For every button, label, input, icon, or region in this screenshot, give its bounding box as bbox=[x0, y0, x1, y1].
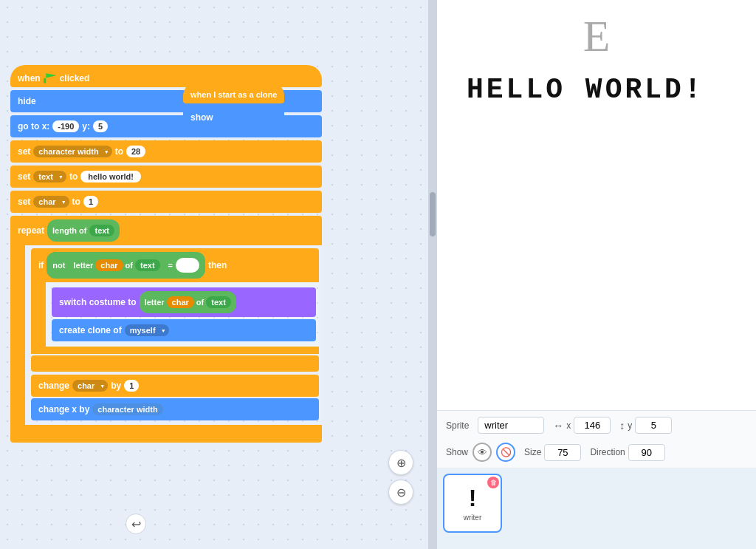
y-coord-group: ↕ y bbox=[619, 417, 672, 434]
clicked-label: clicked bbox=[60, 73, 90, 83]
zoom-controls: ⊕ ⊖ bbox=[388, 450, 413, 505]
myself-dropdown[interactable]: myself bbox=[125, 324, 169, 336]
cw-val[interactable]: 28 bbox=[126, 146, 145, 157]
clone-hat-label: when I start as a clone bbox=[190, 90, 277, 99]
set-char-block[interactable]: set char to 1 bbox=[10, 191, 322, 213]
letter-block[interactable]: letter char of text bbox=[68, 254, 165, 276]
zoom-in-icon: ⊕ bbox=[396, 456, 406, 470]
text-ref2[interactable]: text bbox=[135, 259, 160, 271]
not-block[interactable]: not letter char of text = bbox=[47, 252, 205, 279]
change-char-block[interactable]: change char by 1 bbox=[31, 375, 319, 397]
show-group: Show 👁 🚫 bbox=[446, 443, 515, 462]
if-top[interactable]: if not letter char of text bbox=[31, 248, 319, 282]
char2-ref[interactable]: char bbox=[167, 296, 194, 308]
repeat-inner: if not letter char of text bbox=[25, 245, 322, 425]
char-width-dropdown[interactable]: character width bbox=[33, 146, 111, 157]
clone-hat-block[interactable]: when I start as a clone bbox=[183, 81, 284, 103]
show-block[interactable]: show bbox=[183, 106, 284, 129]
zoom-in-button[interactable]: ⊕ bbox=[388, 450, 413, 475]
text-val[interactable]: hello world! bbox=[80, 171, 141, 183]
sprite-tile-writer[interactable]: 🗑 ! writer bbox=[443, 474, 502, 533]
direction-label: Direction bbox=[590, 447, 625, 457]
show-label: show bbox=[190, 112, 213, 123]
y-input[interactable] bbox=[635, 417, 672, 434]
scroll-thumb bbox=[430, 192, 436, 236]
repeat-top[interactable]: repeat length of text bbox=[10, 216, 322, 245]
char-val[interactable]: 1 bbox=[83, 196, 98, 208]
size-input[interactable] bbox=[544, 444, 581, 461]
x-input[interactable] bbox=[574, 417, 611, 434]
of2-label: of bbox=[196, 298, 204, 307]
sprites-area: 🗑 ! writer bbox=[437, 468, 756, 549]
y-value[interactable]: 5 bbox=[93, 120, 108, 132]
letter2-block[interactable]: letter char of text bbox=[140, 291, 236, 313]
hide-eye-button[interactable]: 🚫 bbox=[496, 443, 515, 462]
if-block[interactable]: if not letter char of text bbox=[31, 248, 319, 373]
set3-label: set bbox=[18, 197, 30, 207]
x-value[interactable]: -190 bbox=[52, 120, 79, 132]
size-label: Size bbox=[524, 447, 541, 457]
repeat-notch bbox=[10, 245, 25, 425]
show-eye-button[interactable]: 👁 bbox=[472, 443, 492, 462]
set1-label: set bbox=[18, 146, 30, 157]
length-of-block[interactable]: length of text bbox=[47, 219, 120, 242]
when-label: when bbox=[18, 73, 41, 83]
size-group: Size bbox=[524, 444, 581, 461]
flag-icon bbox=[44, 73, 57, 83]
zoom-out-icon: ⊖ bbox=[396, 485, 406, 499]
create-clone-label: create clone of bbox=[59, 325, 122, 335]
set-text-block[interactable]: set text to hello world! bbox=[10, 166, 322, 188]
set-char-width-block[interactable]: set character width to 28 bbox=[10, 140, 322, 163]
then-label: then bbox=[208, 260, 227, 270]
sprite-tile-label: writer bbox=[464, 514, 481, 522]
set2-label: set bbox=[18, 171, 30, 182]
by1-label: by bbox=[111, 381, 121, 391]
change2-label: change x by bbox=[38, 404, 89, 415]
change-x-block[interactable]: change x by character width bbox=[31, 398, 319, 420]
letter-label: letter bbox=[73, 261, 93, 270]
direction-input[interactable] bbox=[628, 444, 665, 461]
text-ref[interactable]: text bbox=[89, 225, 114, 236]
repeat-block[interactable]: repeat length of text if bbox=[10, 216, 322, 443]
main-layout: when clicked hide go to x: -190 y: 5 set… bbox=[0, 0, 756, 549]
char-var2-dropdown[interactable]: char bbox=[72, 380, 108, 392]
repeat-bottom bbox=[10, 425, 322, 443]
letter-e: E bbox=[583, 11, 611, 62]
sprite-name-input[interactable] bbox=[478, 417, 544, 434]
sprite-tile-image: ! bbox=[469, 485, 477, 512]
sprite-label: Sprite bbox=[446, 420, 469, 431]
show-label: Show bbox=[446, 447, 468, 457]
length-of-label: length of bbox=[52, 226, 86, 235]
not-label: not bbox=[52, 261, 65, 270]
by-val1[interactable]: 1 bbox=[124, 380, 139, 392]
y-label: y bbox=[628, 420, 632, 431]
create-clone-block[interactable]: create clone of myself bbox=[52, 319, 316, 341]
text2-ref[interactable]: text bbox=[206, 296, 231, 308]
of-label: of bbox=[126, 261, 133, 270]
if-inner: switch costume to letter char of text bbox=[46, 282, 319, 347]
y-label: y: bbox=[82, 121, 90, 132]
y-arrow-icon: ↕ bbox=[619, 420, 625, 432]
empty-oval bbox=[176, 258, 199, 273]
to3-label: to bbox=[72, 197, 80, 207]
if-arm: switch costume to letter char of text bbox=[31, 282, 319, 347]
if-notch bbox=[31, 282, 46, 347]
undo-icon: ↩ bbox=[131, 517, 141, 531]
switch-costume-block[interactable]: switch costume to letter char of text bbox=[52, 287, 316, 317]
block-group-clone: when I start as a clone show bbox=[183, 81, 284, 129]
char-var-dropdown[interactable]: char bbox=[33, 196, 69, 208]
text-var-dropdown[interactable]: text bbox=[33, 171, 66, 183]
char-ref[interactable]: char bbox=[95, 259, 123, 271]
zoom-out-button[interactable]: ⊖ bbox=[388, 480, 413, 505]
repeat-label: repeat bbox=[18, 225, 44, 236]
to1-label: to bbox=[115, 146, 123, 157]
stage-canvas: E HELLO WORLD! bbox=[437, 0, 756, 410]
to2-label: to bbox=[69, 171, 78, 182]
sprite-info-bar: Sprite ↔ x ↕ y Show 👁 🚫 Size bbox=[437, 410, 756, 468]
if-label: if bbox=[38, 260, 44, 270]
panel-divider bbox=[428, 0, 437, 549]
sprite-delete-button[interactable]: 🗑 bbox=[487, 477, 499, 488]
x-label: x bbox=[566, 420, 571, 431]
char-width-ref[interactable]: character width bbox=[92, 403, 162, 415]
undo-button[interactable]: ↩ bbox=[126, 514, 146, 534]
